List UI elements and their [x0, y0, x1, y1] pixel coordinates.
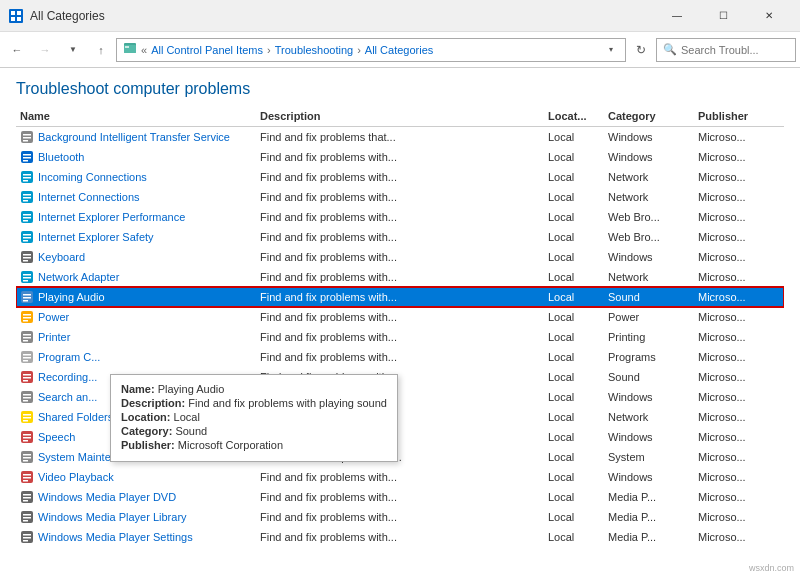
window-icon [8, 8, 24, 24]
close-button[interactable]: ✕ [746, 0, 792, 32]
col-pub[interactable]: Publisher [694, 108, 784, 124]
svg-rect-14 [23, 157, 31, 159]
svg-rect-54 [23, 357, 31, 359]
col-cat[interactable]: Category [604, 108, 694, 124]
svg-rect-65 [23, 414, 31, 416]
tooltip: Name: Playing Audio Description: Find an… [110, 374, 398, 462]
table-row[interactable]: BluetoothFind and fix problems with...Lo… [16, 147, 784, 167]
table-row[interactable]: Playing AudioFind and fix problems with.… [16, 287, 784, 307]
table-body: Background Intelligent Transfer ServiceF… [16, 127, 784, 547]
svg-rect-58 [23, 377, 31, 379]
refresh-button[interactable]: ↻ [628, 37, 654, 63]
svg-rect-23 [23, 200, 28, 202]
table-header: Name Description Locat... Category Publi… [16, 108, 784, 127]
svg-rect-83 [23, 500, 28, 502]
svg-rect-13 [23, 154, 31, 156]
svg-rect-75 [23, 460, 28, 462]
svg-rect-29 [23, 234, 31, 236]
tooltip-cat-label: Category: [121, 425, 172, 437]
svg-rect-30 [23, 237, 31, 239]
svg-rect-27 [23, 220, 28, 222]
window-title: All Categories [30, 9, 654, 23]
svg-rect-35 [23, 260, 28, 262]
dropdown-button[interactable]: ▼ [60, 37, 86, 63]
search-box[interactable]: 🔍 [656, 38, 796, 62]
svg-rect-26 [23, 217, 31, 219]
svg-rect-62 [23, 397, 31, 399]
table-row[interactable]: Internet Explorer SafetyFind and fix pro… [16, 227, 784, 247]
svg-rect-73 [23, 454, 31, 456]
main-content: Troubleshoot computer problems Name Desc… [0, 68, 800, 577]
table-row[interactable]: Internet Explorer PerformanceFind and fi… [16, 207, 784, 227]
svg-rect-61 [23, 394, 31, 396]
maximize-button[interactable]: ☐ [700, 0, 746, 32]
tooltip-pub-label: Publisher: [121, 439, 175, 451]
forward-button[interactable]: → [32, 37, 58, 63]
col-loc[interactable]: Locat... [544, 108, 604, 124]
svg-rect-21 [23, 194, 31, 196]
table-row[interactable]: Video PlaybackFind and fix problems with… [16, 467, 784, 487]
path-control-panel[interactable]: All Control Panel Items [151, 44, 263, 56]
tooltip-desc-label: Description: [121, 397, 185, 409]
svg-rect-74 [23, 457, 31, 459]
table-row[interactable]: Windows Media Player SettingsFind and fi… [16, 527, 784, 547]
table-row[interactable]: Incoming ConnectionsFind and fix problem… [16, 167, 784, 187]
svg-rect-53 [23, 354, 31, 356]
svg-rect-69 [23, 434, 31, 436]
svg-rect-41 [23, 294, 31, 296]
svg-rect-1 [11, 11, 15, 15]
svg-rect-46 [23, 317, 31, 319]
svg-rect-22 [23, 197, 31, 199]
minimize-button[interactable]: — [654, 0, 700, 32]
col-name[interactable]: Name [16, 108, 256, 124]
table-row[interactable]: Windows Media Player DVDFind and fix pro… [16, 487, 784, 507]
svg-rect-31 [23, 240, 28, 242]
table-row[interactable]: Background Intelligent Transfer ServiceF… [16, 127, 784, 147]
svg-rect-33 [23, 254, 31, 256]
path-dropdown-icon[interactable]: ▾ [603, 42, 619, 58]
search-input[interactable] [681, 44, 789, 56]
tooltip-name-value: Playing Audio [158, 383, 225, 395]
svg-rect-86 [23, 517, 31, 519]
svg-rect-77 [23, 474, 31, 476]
svg-rect-67 [23, 420, 28, 422]
svg-rect-18 [23, 177, 31, 179]
table-row[interactable]: PowerFind and fix problems with...LocalP… [16, 307, 784, 327]
address-path[interactable]: « All Control Panel Items › Troubleshoot… [116, 38, 626, 62]
up-button[interactable]: ↑ [88, 37, 114, 63]
path-all-categories[interactable]: All Categories [365, 44, 433, 56]
table-row[interactable]: Windows Media Player LibraryFind and fix… [16, 507, 784, 527]
search-icon: 🔍 [663, 43, 677, 56]
svg-rect-4 [17, 17, 21, 21]
table-row[interactable]: Network AdapterFind and fix problems wit… [16, 267, 784, 287]
tooltip-name-label: Name: [121, 383, 155, 395]
svg-rect-78 [23, 477, 31, 479]
table-row[interactable]: KeyboardFind and fix problems with...Loc… [16, 247, 784, 267]
svg-rect-2 [17, 11, 21, 15]
tooltip-pub-value: Microsoft Corporation [178, 439, 283, 451]
svg-rect-17 [23, 174, 31, 176]
svg-rect-51 [23, 340, 28, 342]
table-row[interactable]: PrinterFind and fix problems with...Loca… [16, 327, 784, 347]
svg-rect-43 [23, 300, 28, 302]
path-troubleshooting[interactable]: Troubleshooting [275, 44, 353, 56]
back-button[interactable]: ← [4, 37, 30, 63]
svg-rect-39 [23, 280, 28, 282]
svg-rect-81 [23, 494, 31, 496]
path-icon [123, 41, 137, 58]
svg-rect-87 [23, 520, 28, 522]
svg-rect-10 [23, 137, 31, 139]
col-desc[interactable]: Description [256, 108, 544, 124]
svg-rect-82 [23, 497, 31, 499]
table-row[interactable]: Program C...Find and fix problems with..… [16, 347, 784, 367]
svg-rect-49 [23, 334, 31, 336]
svg-rect-15 [23, 160, 28, 162]
tooltip-cat-value: Sound [175, 425, 207, 437]
svg-rect-59 [23, 380, 28, 382]
svg-rect-9 [23, 134, 31, 136]
svg-rect-47 [23, 320, 28, 322]
table-row[interactable]: Internet ConnectionsFind and fix problem… [16, 187, 784, 207]
svg-rect-7 [125, 46, 129, 48]
table-container: Name Description Locat... Category Publi… [16, 108, 784, 547]
svg-rect-11 [23, 140, 28, 142]
